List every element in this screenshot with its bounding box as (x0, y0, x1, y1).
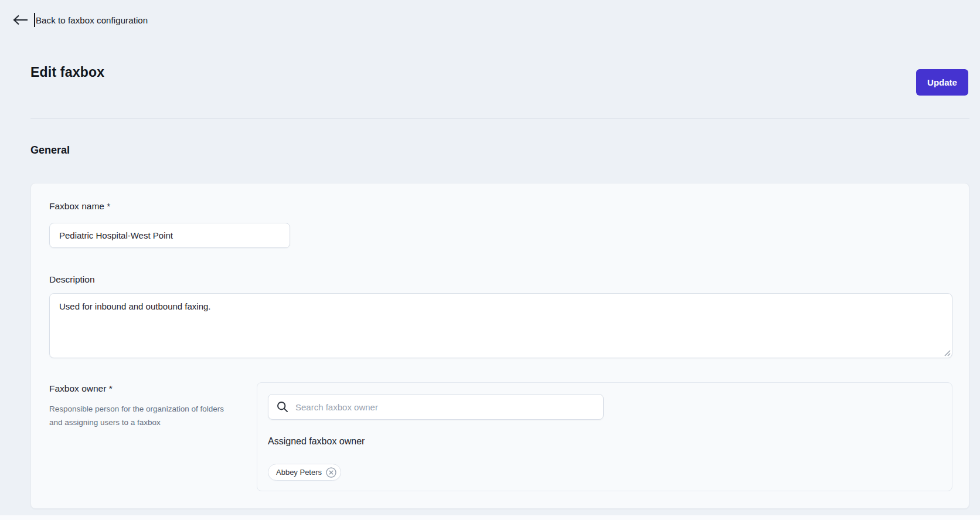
text-caret (34, 13, 35, 27)
back-link[interactable]: Back to faxbox configuration (12, 13, 148, 27)
assigned-owner-chip[interactable]: Abbey Peters (268, 464, 341, 481)
description-textarea[interactable]: Used for inbound and outbound faxing. (49, 293, 952, 358)
owner-search-input[interactable] (268, 394, 604, 420)
faxbox-name-label: Faxbox name * (49, 201, 110, 212)
assigned-owner-heading: Assigned faxbox owner (268, 436, 365, 447)
page-title: Edit faxbox (30, 64, 104, 80)
update-button[interactable]: Update (916, 69, 968, 96)
faxbox-owner-helper-text: Responsible person for the organization … (49, 402, 225, 429)
description-field-wrapper: Used for inbound and outbound faxing. (49, 293, 952, 358)
assigned-owner-name: Abbey Peters (276, 468, 322, 477)
owner-search-wrapper (268, 394, 604, 420)
section-heading-general: General (30, 144, 70, 157)
back-link-label: Back to faxbox configuration (36, 15, 148, 25)
description-label: Description (49, 274, 95, 285)
header-divider (30, 118, 969, 119)
bottom-edge-strip (0, 515, 980, 520)
faxbox-name-input[interactable] (49, 223, 290, 248)
back-arrow-icon (12, 14, 29, 26)
search-icon (277, 401, 288, 413)
faxbox-owner-label: Faxbox owner * (49, 383, 113, 394)
remove-owner-icon[interactable] (326, 467, 336, 478)
